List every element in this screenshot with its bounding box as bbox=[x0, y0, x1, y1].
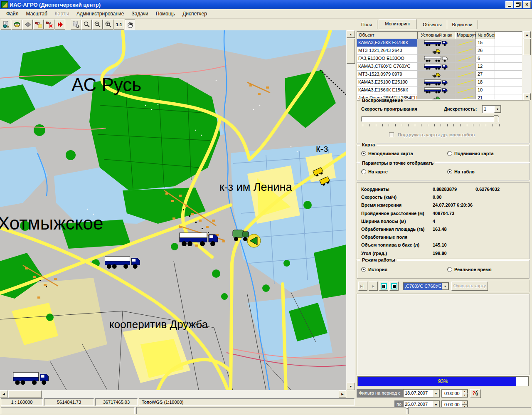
play-icon: ▶ bbox=[372, 284, 374, 288]
history-label: История bbox=[368, 267, 387, 272]
menu-dispatcher[interactable]: Диспетчер bbox=[179, 10, 211, 18]
telemetry-panel: Координаты0.882838790.62764032 Скорость … bbox=[357, 182, 530, 259]
moving-map-option[interactable]: Подвижная карта bbox=[447, 151, 494, 156]
on-board-option[interactable]: На табло bbox=[447, 169, 475, 174]
menu-administration[interactable]: Администрирование bbox=[73, 10, 128, 18]
table-row[interactable]: ГАЗ,Е133ОО Е133ОО 6 bbox=[357, 55, 522, 63]
speed-slider-thumb[interactable] bbox=[494, 115, 498, 124]
radio-icon[interactable] bbox=[361, 151, 366, 156]
table-vertical-scrollbar[interactable]: ▲ ▼ bbox=[523, 31, 531, 100]
menu-scale[interactable]: Масштаб bbox=[22, 10, 51, 18]
scroll-down-button[interactable]: ▼ bbox=[347, 383, 355, 390]
report-button[interactable] bbox=[1, 20, 11, 30]
direction-marker[interactable] bbox=[246, 233, 262, 249]
table-scroll-up-button[interactable]: ▲ bbox=[523, 31, 531, 38]
chevron-down-icon[interactable]: ▼ bbox=[494, 106, 501, 113]
scroll-up-button[interactable]: ▲ bbox=[347, 30, 355, 38]
fixed-map-option[interactable]: Неподвижная карта bbox=[361, 151, 413, 156]
realtime-option[interactable]: Реальное время bbox=[447, 267, 492, 272]
load-maps-checkbox[interactable] bbox=[389, 132, 394, 137]
restore-button[interactable] bbox=[514, 1, 522, 8]
tab-fields[interactable]: Поля bbox=[356, 20, 377, 29]
table-row[interactable]: МТЗ-1221,2643 2643 26 bbox=[357, 47, 522, 55]
highlight-button[interactable] bbox=[33, 20, 44, 30]
select-area-button[interactable] bbox=[71, 20, 81, 30]
kamaz-truck-marker-2[interactable] bbox=[104, 253, 144, 269]
highlight-clear-button[interactable] bbox=[44, 20, 54, 30]
close-button[interactable]: × bbox=[523, 1, 531, 8]
column-header-symbol[interactable]: Условный знак bbox=[418, 32, 455, 39]
map-vertical-scrollbar[interactable]: ▲ ▼ bbox=[346, 30, 355, 390]
table-row[interactable]: МТЗ-1523,0979 0979 27 bbox=[357, 71, 522, 79]
stop-button[interactable] bbox=[389, 282, 399, 291]
step-forward-button[interactable]: ▶▏ bbox=[358, 282, 367, 291]
telemetry-label: Объем топлива в баке (л) bbox=[361, 242, 433, 250]
hand-pan-button[interactable] bbox=[125, 20, 135, 30]
telemetry-value: 408704.73 bbox=[433, 211, 475, 219]
table-row[interactable]: КАМАЗ,Е156КК Е156КК 10 bbox=[357, 86, 522, 94]
kamaz-truck-marker-1[interactable] bbox=[179, 229, 222, 247]
map-horizontal-scrollbar[interactable]: ◀ ▶ bbox=[0, 390, 346, 398]
radio-icon[interactable] bbox=[361, 169, 366, 174]
minimize-button[interactable] bbox=[505, 1, 513, 8]
play-button[interactable]: ▶ bbox=[369, 282, 378, 291]
date-from-select[interactable]: 18.07.2007 ▼ bbox=[403, 389, 440, 398]
vscroll-thumb[interactable] bbox=[347, 39, 355, 64]
map-label-kz-lenina: к-з им Ленина bbox=[219, 182, 292, 193]
gray-arrow-icon bbox=[24, 21, 32, 28]
scroll-right-button[interactable]: ▶ bbox=[339, 390, 346, 398]
zoom-select-button[interactable] bbox=[81, 20, 92, 30]
time-from-spinner[interactable]: 0:00:00 ▲▼ bbox=[441, 389, 468, 398]
map-viewport[interactable]: АС Русь Хотмыжское к-з им Ленина коопери… bbox=[0, 30, 346, 390]
telemetry-label: Время измерения bbox=[361, 203, 433, 210]
chevron-down-icon[interactable]: ▼ bbox=[442, 283, 448, 290]
pause-button[interactable] bbox=[379, 282, 388, 291]
spinner-buttons[interactable]: ▲▼ bbox=[462, 390, 468, 397]
radio-icon[interactable] bbox=[447, 151, 452, 156]
hscroll-thumb[interactable] bbox=[8, 390, 42, 398]
tab-monitoring[interactable]: Мониторинг bbox=[379, 19, 416, 29]
query-button[interactable]: ?{ bbox=[470, 389, 481, 398]
combine-markers[interactable] bbox=[311, 166, 334, 187]
speed-slider[interactable] bbox=[361, 116, 499, 122]
table-scroll-down-button[interactable]: ▼ bbox=[523, 93, 531, 100]
layers-button[interactable] bbox=[12, 20, 22, 30]
column-header-route[interactable]: Маршрут bbox=[455, 32, 476, 39]
scale-one-to-one-button[interactable]: 1:1 bbox=[114, 20, 124, 30]
menu-help[interactable]: Помощь bbox=[152, 10, 179, 18]
object-number: 10 bbox=[476, 86, 495, 94]
table-row[interactable]: КАМАЗ,Е378КК Е378КК 15 bbox=[357, 39, 522, 47]
radio-icon[interactable] bbox=[361, 267, 366, 272]
menu-tasks[interactable]: Задачи bbox=[128, 10, 152, 18]
spin-up-icon[interactable]: ▲ bbox=[462, 401, 468, 405]
brace-icon: { bbox=[475, 390, 477, 395]
table-row[interactable]: КАМАЗ,Е25100 Е25100 18 bbox=[357, 79, 522, 86]
fast-forward-button[interactable] bbox=[55, 20, 65, 30]
tab-drivers[interactable]: Водители bbox=[447, 20, 478, 29]
discreteness-select[interactable]: 1 ▼ bbox=[482, 105, 501, 113]
spin-up-icon[interactable]: ▲ bbox=[462, 390, 468, 393]
radio-icon[interactable] bbox=[447, 169, 452, 174]
on-map-option[interactable]: На карте bbox=[361, 169, 388, 174]
clear-map-button[interactable]: Очистить карту bbox=[451, 282, 488, 291]
load-maps-label: Подгружать карты др. масштабов bbox=[398, 132, 475, 137]
spin-down-icon[interactable]: ▼ bbox=[462, 393, 468, 397]
zoom-in-button[interactable] bbox=[103, 20, 113, 30]
column-header-object[interactable]: Объект bbox=[357, 32, 418, 39]
route-sample bbox=[455, 86, 476, 94]
history-option[interactable]: История bbox=[361, 267, 387, 272]
kamaz-truck-marker-3[interactable] bbox=[12, 368, 52, 386]
vehicle-select[interactable]: ,С760УС С760УС ▼ bbox=[403, 282, 449, 290]
telemetry-value: 199.80 bbox=[433, 251, 475, 259]
zoom-out-button[interactable] bbox=[92, 20, 103, 30]
chevron-down-icon[interactable]: ▼ bbox=[433, 390, 439, 397]
mode-group-title: Режим работы bbox=[360, 257, 397, 262]
table-row[interactable]: КАМАЗ,С760УС С760УС 12 bbox=[357, 63, 522, 71]
tab-objects[interactable]: Объекты bbox=[418, 20, 447, 29]
scroll-left-button[interactable]: ◀ bbox=[0, 390, 7, 398]
table-scroll-thumb[interactable] bbox=[523, 39, 531, 55]
menu-file[interactable]: Файл bbox=[2, 10, 22, 18]
radio-icon[interactable] bbox=[447, 267, 452, 272]
pan-select-button[interactable] bbox=[22, 20, 33, 30]
column-header-number[interactable]: № объек bbox=[476, 32, 495, 39]
